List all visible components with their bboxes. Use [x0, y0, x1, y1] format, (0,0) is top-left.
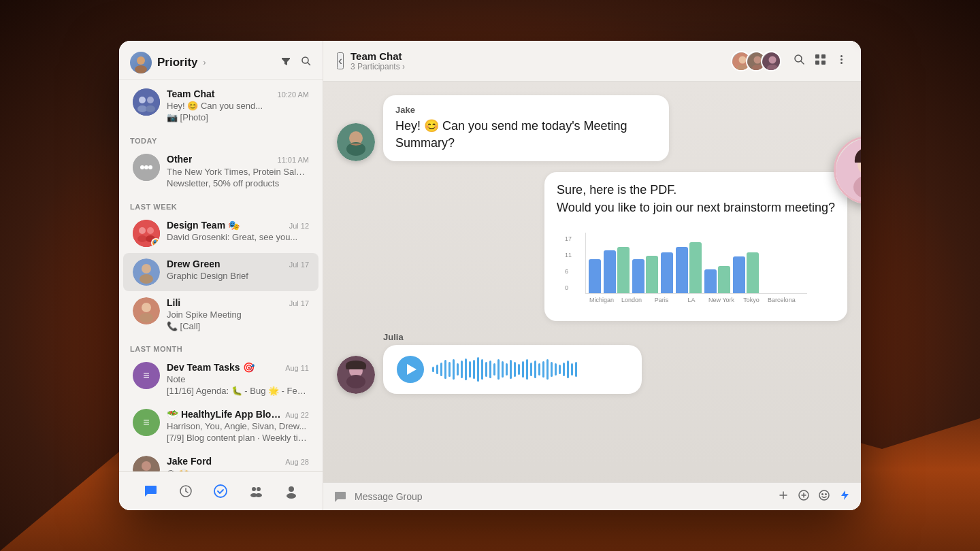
message-input[interactable] [355, 491, 770, 502]
chat-header: ‹ Team Chat 3 Participants › [323, 41, 861, 82]
svg-point-1 [135, 65, 147, 73]
chart-wrapper: 0 6 11 17 [565, 233, 807, 303]
y-label-6: 6 [565, 268, 572, 275]
svg-point-51 [840, 55, 843, 57]
chat-item-content: Team Chat 10:20 AM Hey! 😊 Can you send..… [167, 88, 309, 124]
svg-point-10 [144, 165, 148, 169]
chat-item-top: Jake Ford Aug 28 [167, 456, 309, 467]
chat-title-group: Team Chat 3 Participants › [350, 50, 405, 71]
avatar [133, 88, 160, 116]
svg-point-15 [137, 235, 147, 242]
unread-badge: 6 [308, 166, 309, 178]
bar-group-la [661, 252, 673, 293]
nav-groups-button[interactable] [244, 479, 268, 503]
list-item[interactable]: Other 11:01 AM The New York Times, Prote… [123, 148, 318, 195]
svg-point-5 [147, 97, 154, 103]
lightning-button[interactable] [839, 490, 850, 503]
chat-more-button[interactable] [836, 54, 847, 68]
svg-point-44 [769, 56, 777, 63]
chat-item-time: Jul 17 [289, 299, 309, 307]
audio-waveform [432, 357, 577, 382]
expand-button[interactable] [778, 490, 789, 503]
chat-grid-button[interactable] [815, 54, 826, 68]
nav-compose-button[interactable] [208, 479, 233, 503]
message-icon [334, 490, 346, 503]
message-row-jake: Jake Hey! 😊 Can you send me today's Meet… [337, 95, 847, 161]
chat-item-preview: David Grosenki: Great, see you... [167, 232, 309, 244]
svg-point-11 [148, 165, 152, 169]
play-triangle-icon [407, 364, 416, 375]
chat-item-name: Other [167, 154, 192, 165]
participant-avatar-3 [761, 51, 781, 71]
bar-michigan-blue [589, 259, 601, 293]
chat-item-time: Aug 22 [285, 411, 309, 419]
back-button[interactable]: ‹ [337, 52, 344, 69]
chat-item-preview2: 📞 [Call] [167, 321, 309, 333]
svg-point-32 [257, 487, 261, 491]
chat-search-button[interactable] [794, 54, 805, 68]
sidebar-header-right [280, 56, 312, 69]
nav-contacts-button[interactable] [279, 479, 304, 503]
add-button[interactable] [798, 490, 809, 503]
svg-point-45 [767, 65, 778, 71]
section-label-lastmonth: LAST MONTH [119, 338, 323, 356]
chat-item-top: Dev Team Tasks 🎯 Aug 11 [167, 362, 309, 373]
svg-rect-48 [821, 54, 826, 59]
svg-rect-47 [815, 54, 819, 59]
priority-label[interactable]: Priority [157, 56, 198, 69]
x-label-london: London [618, 297, 645, 303]
svg-point-6 [137, 105, 147, 112]
svg-point-34 [255, 493, 262, 497]
audio-bubble-wrapper: Julia [383, 332, 642, 394]
nav-chat-button[interactable] [138, 479, 163, 503]
svg-point-41 [754, 56, 762, 63]
list-item[interactable]: 🎭 Design Team 🎭 Jul 12 David Grosenki: G… [123, 214, 318, 252]
bar-group-newyork [676, 242, 702, 293]
bar-group-barcelona [733, 252, 759, 293]
list-item-drew-green[interactable]: Drew Green Jul 17 Graphic Design Brief [123, 253, 318, 291]
chat-item-top: 🥗 HealthyLife App Blog 🥗 Aug 22 [167, 409, 309, 420]
list-item[interactable]: Lili Jul 17 Join Spike Meeting 📞 [Call] [123, 292, 318, 338]
sidebar: Priority › [119, 41, 323, 510]
subtitle-chevron: › [402, 62, 405, 71]
svg-point-36 [287, 493, 296, 499]
chat-item-content: Jake Ford Aug 28 👁 🙌 [167, 456, 309, 471]
chat-item-preview: Harrison, You, Angie, Sivan, Drew... [167, 421, 309, 433]
x-label-tokyo: Tokyo [738, 297, 765, 303]
list-item[interactable]: ≡ Dev Team Tasks 🎯 Aug 11 Note [11/16] A… [123, 356, 318, 403]
avatar: ≡ [133, 409, 160, 436]
svg-point-53 [840, 62, 843, 64]
list-item[interactable]: Team Chat 10:20 AM Hey! 😊 Can you send..… [123, 83, 318, 129]
bar-paris-green [646, 256, 658, 293]
chart-bars-area [585, 233, 807, 294]
list-item[interactable]: ≡ 🥗 HealthyLife App Blog 🥗 Aug 22 Harris… [123, 403, 318, 450]
svg-point-13 [139, 227, 146, 234]
audio-play-button[interactable] [397, 356, 424, 383]
chat-item-top: Other 11:01 AM [167, 154, 309, 165]
list-item[interactable]: Jake Ford Aug 28 👁 🙌 [123, 450, 318, 471]
filter-button[interactable] [280, 56, 291, 69]
bar-tokyo-blue [704, 269, 717, 293]
message-bubble-julia: Sure, here is the PDF.Would you like to … [544, 172, 847, 320]
emoji-button[interactable] [819, 490, 830, 503]
message-text-julia: Sure, here is the PDF.Would you like to … [557, 182, 835, 216]
chat-item-content: Drew Green Jul 17 Graphic Design Brief [167, 258, 309, 282]
nav-clock-button[interactable] [174, 479, 198, 503]
chat-item-name: Lili [167, 297, 180, 308]
svg-point-38 [739, 56, 747, 63]
svg-point-14 [147, 227, 154, 234]
svg-point-18 [142, 264, 151, 273]
search-button[interactable] [301, 56, 312, 69]
svg-point-3 [133, 88, 160, 116]
svg-point-62 [822, 494, 823, 495]
bar-group-michigan [589, 259, 601, 293]
chat-title: Team Chat [350, 50, 405, 62]
chat-item-name: Jake Ford [167, 456, 212, 467]
svg-point-7 [146, 105, 155, 112]
chat-item-preview2: Newsletter, 50% off products [167, 178, 309, 190]
chat-item-name: 🥗 HealthyLife App Blog 🥗 [167, 409, 281, 420]
svg-point-30 [214, 485, 227, 497]
chat-item-preview: Hey! 😊 Can you send... [167, 101, 309, 112]
chat-header-right [731, 51, 847, 71]
x-label-paris: Paris [648, 297, 675, 303]
